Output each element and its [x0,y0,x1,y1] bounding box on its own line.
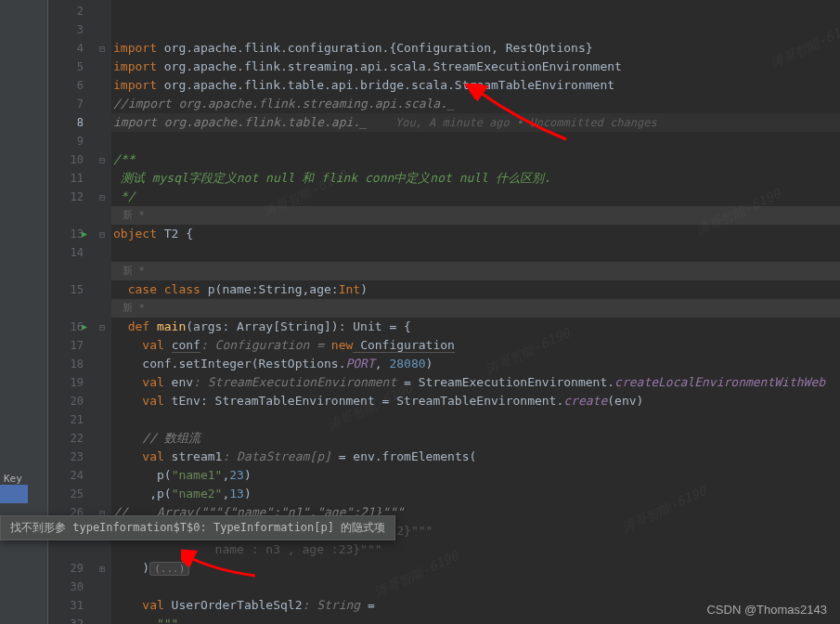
line-num[interactable] [48,540,93,559]
line-num[interactable]: 2 [48,2,93,20]
code-line[interactable]: ,p("name2",13) [111,485,840,503]
csdn-attribution: CSDN @Thomas2143 [706,603,827,617]
code-line[interactable]: val stream1: DataStream[p] = env.fromEle… [111,448,840,466]
sidebar-active-indicator [0,485,28,503]
code-line[interactable] [111,20,840,39]
code-line[interactable]: )(...) [111,559,840,578]
line-num[interactable] [48,262,93,280]
run-gutter-icon[interactable]: ▶ [82,318,87,336]
line-num[interactable]: 16▶ [48,318,93,336]
code-line[interactable]: val tEnv: StreamTableEnvironment = Strea… [111,392,840,410]
line-num[interactable]: 23 [48,448,93,466]
code-line[interactable]: 测试 mysql字段定义not null 和 flink conn中定义not … [111,169,840,188]
vcs-annotation: 新 * [111,206,840,225]
line-num[interactable]: 17 [48,336,93,355]
code-line[interactable] [111,132,840,150]
line-num[interactable]: 6 [48,76,93,95]
git-lens-annotation: You, A minute ago • Uncommitted changes [368,116,657,129]
line-num[interactable]: 13▶ [48,225,93,243]
fold-toggle[interactable]: ⊟ [93,188,111,206]
line-num[interactable]: 19 [48,373,93,392]
line-num[interactable]: 30 [48,578,93,596]
line-num[interactable]: 29 [48,559,93,578]
error-tooltip: 找不到形参 typeInformation$T$0: TypeInformati… [0,515,395,540]
code-line[interactable] [111,578,840,596]
sidebar-tab-key[interactable]: Key [4,473,22,485]
code-line[interactable]: def main(args: Array[String]): Unit = { [111,318,840,336]
line-num[interactable]: 12 [48,188,93,206]
line-num[interactable] [48,299,93,318]
code-line[interactable] [111,410,840,429]
code-line[interactable]: */ [111,188,840,206]
line-num[interactable]: 21 [48,410,93,429]
line-num[interactable]: 9 [48,132,93,150]
line-num[interactable]: 11 [48,169,93,188]
code-line[interactable]: conf.setInteger(RestOptions.PORT, 28080) [111,355,840,373]
line-num[interactable]: 20 [48,392,93,410]
line-num[interactable]: 4 [48,39,93,58]
run-gutter-icon[interactable]: ▶ [82,225,87,243]
code-line[interactable]: import org.apache.flink.streaming.api.sc… [111,58,840,76]
code-line[interactable]: p("name1",23) [111,466,840,485]
line-num[interactable]: 3 [48,20,93,39]
line-num[interactable] [48,206,93,225]
code-line[interactable]: name : n3 , age :23}""" [111,540,840,559]
fold-toggle[interactable]: ⊞ [93,559,111,578]
vcs-annotation: 新 * [111,262,840,280]
code-line[interactable]: case class p(name:String,age:Int) [111,280,840,299]
code-line[interactable]: //import org.apache.flink.streaming.api.… [111,95,840,113]
line-num-current[interactable]: 8 [48,113,93,132]
fold-toggle[interactable]: ⊟ [93,39,111,58]
code-line[interactable]: val conf: Configuration = new Configurat… [111,336,840,355]
code-line-current[interactable]: import org.apache.flink.table.api._You, … [111,113,840,132]
line-num[interactable]: 31 [48,596,93,615]
code-line[interactable]: val env: StreamExecutionEnvironment = St… [111,373,840,392]
line-num[interactable]: 10 [48,150,93,169]
line-num[interactable]: 15 [48,280,93,299]
code-line[interactable]: // 数组流 [111,429,840,448]
line-num[interactable]: 32 [48,615,93,624]
folded-region[interactable]: (...) [149,562,189,576]
code-line[interactable] [111,2,840,20]
line-num[interactable]: 18 [48,355,93,373]
line-num[interactable]: 7 [48,95,93,113]
line-num[interactable]: 22 [48,429,93,448]
line-num[interactable]: 25 [48,485,93,503]
code-line[interactable]: /** [111,150,840,169]
line-num[interactable]: 24 [48,466,93,485]
vcs-annotation: 新 * [111,299,840,318]
line-num[interactable]: 14 [48,243,93,262]
code-line[interactable]: object T2 { [111,225,840,243]
fold-toggle[interactable]: ⊟ [93,225,111,243]
fold-toggle[interactable]: ⊟ [93,318,111,336]
line-num[interactable]: 5 [48,58,93,76]
code-line[interactable] [111,243,840,262]
code-line[interactable]: import org.apache.flink.configuration.{C… [111,39,840,58]
code-line[interactable]: import org.apache.flink.table.api.bridge… [111,76,840,95]
fold-toggle[interactable]: ⊟ [93,150,111,169]
